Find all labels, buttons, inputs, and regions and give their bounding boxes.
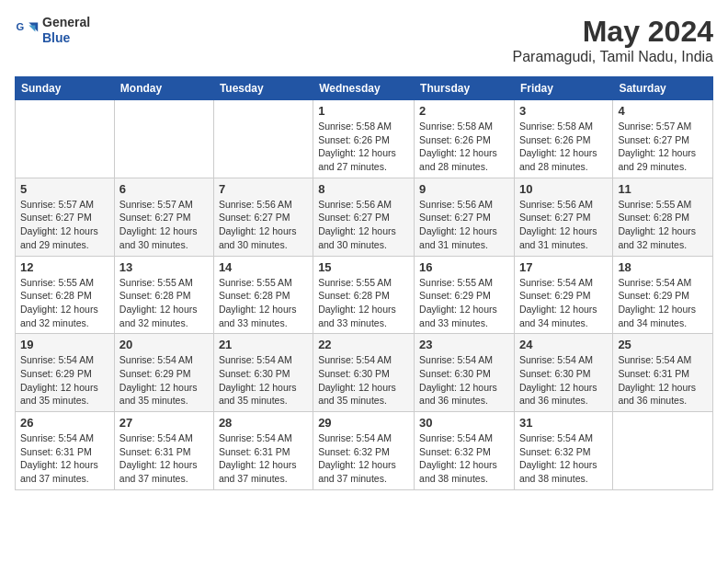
day-number: 21 [219, 338, 308, 351]
day-number: 24 [519, 338, 608, 351]
calendar-cell: 8Sunrise: 5:56 AM Sunset: 6:27 PM Daylig… [313, 178, 415, 256]
column-header-monday: Monday [114, 77, 213, 100]
calendar-table: SundayMondayTuesdayWednesdayThursdayFrid… [15, 76, 713, 490]
day-info: Sunrise: 5:54 AM Sunset: 6:29 PM Dayligh… [519, 276, 608, 330]
day-number: 1 [318, 104, 409, 118]
svg-text:G: G [16, 21, 24, 32]
calendar-cell: 7Sunrise: 5:56 AM Sunset: 6:27 PM Daylig… [213, 178, 313, 256]
day-info: Sunrise: 5:57 AM Sunset: 6:27 PM Dayligh… [20, 198, 109, 252]
calendar-cell [613, 412, 713, 490]
day-info: Sunrise: 5:58 AM Sunset: 6:26 PM Dayligh… [318, 120, 409, 174]
day-number: 7 [219, 182, 308, 196]
logo-icon: G [15, 17, 40, 43]
day-info: Sunrise: 5:54 AM Sunset: 6:30 PM Dayligh… [519, 353, 608, 408]
calendar-week-2: 5Sunrise: 5:57 AM Sunset: 6:27 PM Daylig… [16, 178, 713, 256]
day-info: Sunrise: 5:58 AM Sunset: 6:26 PM Dayligh… [419, 120, 509, 174]
calendar-cell [114, 100, 213, 178]
day-number: 12 [20, 260, 109, 274]
day-info: Sunrise: 5:55 AM Sunset: 6:29 PM Dayligh… [419, 276, 509, 330]
day-number: 23 [419, 338, 509, 351]
day-info: Sunrise: 5:54 AM Sunset: 6:30 PM Dayligh… [219, 353, 308, 408]
day-info: Sunrise: 5:56 AM Sunset: 6:27 PM Dayligh… [519, 198, 608, 252]
day-number: 25 [618, 338, 708, 351]
day-info: Sunrise: 5:54 AM Sunset: 6:29 PM Dayligh… [618, 276, 708, 330]
calendar-cell: 30Sunrise: 5:54 AM Sunset: 6:32 PM Dayli… [415, 412, 515, 490]
day-number: 29 [318, 416, 409, 430]
calendar-cell: 31Sunrise: 5:54 AM Sunset: 6:32 PM Dayli… [514, 412, 612, 490]
day-number: 9 [419, 182, 509, 196]
logo-line2: Blue [42, 30, 90, 46]
day-info: Sunrise: 5:54 AM Sunset: 6:31 PM Dayligh… [219, 431, 308, 486]
day-info: Sunrise: 5:54 AM Sunset: 6:32 PM Dayligh… [419, 431, 509, 486]
day-number: 8 [318, 182, 409, 196]
calendar-cell: 13Sunrise: 5:55 AM Sunset: 6:28 PM Dayli… [114, 256, 213, 334]
logo-text: General Blue [42, 15, 90, 46]
calendar-cell: 22Sunrise: 5:54 AM Sunset: 6:30 PM Dayli… [313, 334, 415, 412]
day-number: 13 [119, 260, 209, 274]
day-info: Sunrise: 5:57 AM Sunset: 6:27 PM Dayligh… [119, 198, 209, 252]
calendar-cell: 21Sunrise: 5:54 AM Sunset: 6:30 PM Dayli… [213, 334, 313, 412]
day-number: 4 [618, 104, 708, 118]
day-number: 31 [519, 416, 608, 430]
calendar-body: 1Sunrise: 5:58 AM Sunset: 6:26 PM Daylig… [16, 100, 713, 490]
calendar-cell: 20Sunrise: 5:54 AM Sunset: 6:29 PM Dayli… [114, 334, 213, 412]
calendar-cell: 28Sunrise: 5:54 AM Sunset: 6:31 PM Dayli… [213, 412, 313, 490]
day-number: 6 [119, 182, 209, 196]
calendar-week-4: 19Sunrise: 5:54 AM Sunset: 6:29 PM Dayli… [16, 334, 713, 412]
calendar-cell [213, 100, 313, 178]
day-info: Sunrise: 5:54 AM Sunset: 6:32 PM Dayligh… [519, 431, 608, 486]
day-number: 15 [318, 260, 409, 274]
calendar-week-1: 1Sunrise: 5:58 AM Sunset: 6:26 PM Daylig… [16, 100, 713, 178]
calendar-week-5: 26Sunrise: 5:54 AM Sunset: 6:31 PM Dayli… [16, 412, 713, 490]
header-row: SundayMondayTuesdayWednesdayThursdayFrid… [16, 77, 713, 100]
day-number: 5 [20, 182, 109, 196]
day-info: Sunrise: 5:55 AM Sunset: 6:28 PM Dayligh… [318, 276, 409, 330]
calendar-week-3: 12Sunrise: 5:55 AM Sunset: 6:28 PM Dayli… [16, 256, 713, 334]
title-section: May 2024 Paramagudi, Tamil Nadu, India [513, 15, 714, 65]
column-header-tuesday: Tuesday [213, 77, 313, 100]
day-info: Sunrise: 5:54 AM Sunset: 6:31 PM Dayligh… [618, 353, 708, 408]
column-header-thursday: Thursday [415, 77, 515, 100]
day-number: 22 [318, 338, 409, 351]
day-info: Sunrise: 5:58 AM Sunset: 6:26 PM Dayligh… [519, 120, 608, 174]
calendar-cell: 14Sunrise: 5:55 AM Sunset: 6:28 PM Dayli… [213, 256, 313, 334]
day-info: Sunrise: 5:54 AM Sunset: 6:32 PM Dayligh… [318, 431, 409, 486]
calendar-cell: 2Sunrise: 5:58 AM Sunset: 6:26 PM Daylig… [415, 100, 515, 178]
day-number: 30 [419, 416, 509, 430]
page-subtitle: Paramagudi, Tamil Nadu, India [513, 49, 714, 65]
day-info: Sunrise: 5:56 AM Sunset: 6:27 PM Dayligh… [318, 198, 409, 252]
calendar-cell: 10Sunrise: 5:56 AM Sunset: 6:27 PM Dayli… [514, 178, 612, 256]
calendar-cell: 12Sunrise: 5:55 AM Sunset: 6:28 PM Dayli… [16, 256, 115, 334]
logo-line1: General [42, 15, 90, 30]
calendar-cell [16, 100, 115, 178]
day-info: Sunrise: 5:55 AM Sunset: 6:28 PM Dayligh… [119, 276, 209, 330]
calendar-header: SundayMondayTuesdayWednesdayThursdayFrid… [16, 77, 713, 100]
day-info: Sunrise: 5:54 AM Sunset: 6:29 PM Dayligh… [20, 353, 109, 408]
day-info: Sunrise: 5:55 AM Sunset: 6:28 PM Dayligh… [618, 198, 708, 252]
day-number: 16 [419, 260, 509, 274]
calendar-cell: 18Sunrise: 5:54 AM Sunset: 6:29 PM Dayli… [613, 256, 713, 334]
calendar-cell: 27Sunrise: 5:54 AM Sunset: 6:31 PM Dayli… [114, 412, 213, 490]
calendar-cell: 17Sunrise: 5:54 AM Sunset: 6:29 PM Dayli… [514, 256, 612, 334]
day-number: 14 [219, 260, 308, 274]
day-info: Sunrise: 5:55 AM Sunset: 6:28 PM Dayligh… [20, 276, 109, 330]
calendar-cell: 23Sunrise: 5:54 AM Sunset: 6:30 PM Dayli… [415, 334, 515, 412]
calendar-cell: 24Sunrise: 5:54 AM Sunset: 6:30 PM Dayli… [514, 334, 612, 412]
day-info: Sunrise: 5:54 AM Sunset: 6:30 PM Dayligh… [419, 353, 509, 408]
day-number: 19 [20, 338, 109, 351]
calendar-cell: 9Sunrise: 5:56 AM Sunset: 6:27 PM Daylig… [415, 178, 515, 256]
day-number: 17 [519, 260, 608, 274]
day-info: Sunrise: 5:55 AM Sunset: 6:28 PM Dayligh… [219, 276, 308, 330]
day-info: Sunrise: 5:54 AM Sunset: 6:31 PM Dayligh… [119, 431, 209, 486]
calendar-cell: 26Sunrise: 5:54 AM Sunset: 6:31 PM Dayli… [16, 412, 115, 490]
day-number: 2 [419, 104, 509, 118]
page-header: G General Blue May 2024 Paramagudi, Tami… [15, 15, 713, 65]
day-number: 27 [119, 416, 209, 430]
day-info: Sunrise: 5:54 AM Sunset: 6:29 PM Dayligh… [119, 353, 209, 408]
calendar-cell: 16Sunrise: 5:55 AM Sunset: 6:29 PM Dayli… [415, 256, 515, 334]
calendar-cell: 15Sunrise: 5:55 AM Sunset: 6:28 PM Dayli… [313, 256, 415, 334]
day-number: 3 [519, 104, 608, 118]
day-info: Sunrise: 5:57 AM Sunset: 6:27 PM Dayligh… [618, 120, 708, 174]
column-header-wednesday: Wednesday [313, 77, 415, 100]
calendar-cell: 11Sunrise: 5:55 AM Sunset: 6:28 PM Dayli… [613, 178, 713, 256]
